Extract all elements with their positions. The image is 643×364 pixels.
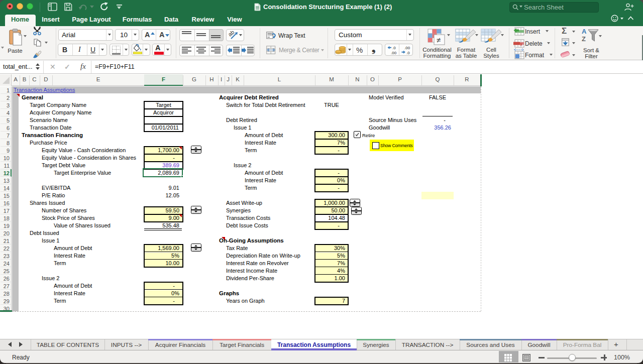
svg-text:≠: ≠ <box>437 36 441 44</box>
svg-text:.00: .00 <box>391 51 397 55</box>
svg-text:.0: .0 <box>392 46 396 50</box>
svg-text:.0: .0 <box>406 51 410 55</box>
svg-text:.00: .00 <box>404 46 410 50</box>
svg-text:x: x <box>520 42 522 47</box>
